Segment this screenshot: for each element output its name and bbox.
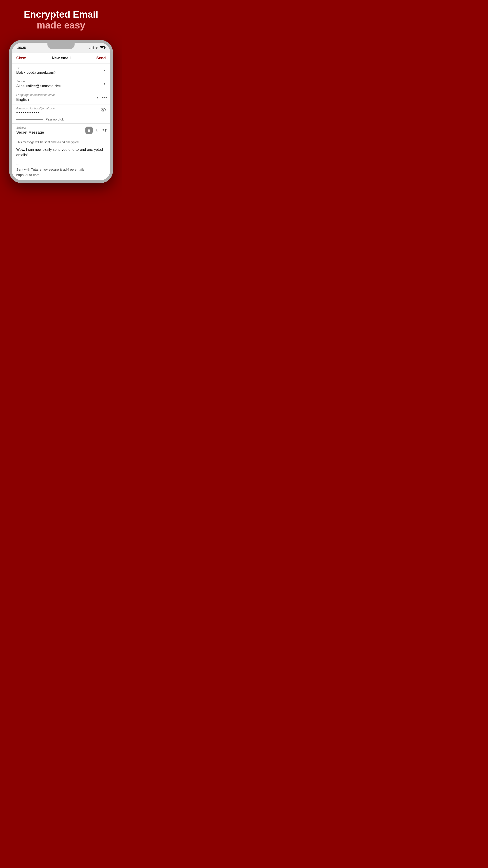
strength-indicator [16,119,43,120]
language-value: English [16,97,106,102]
svg-point-2 [103,110,104,110]
compose-screen: Close New email Send To Bob <bob@gmail.c… [12,53,110,181]
language-more-icon[interactable]: ••• [102,95,107,100]
attachment-icon[interactable] [94,127,101,133]
signature-text: --Sent with Tuta; enjoy secure & ad-free… [16,162,86,177]
hero-title: Encrypted Email [24,9,98,20]
language-actions: ▼ ••• [96,95,107,100]
battery-icon [100,46,105,49]
subject-actions: T T [86,127,107,134]
phone-frame: 16:28 [9,40,113,183]
toggle-password-icon[interactable] [101,107,106,113]
notch [47,43,74,49]
strength-label: Password ok. [46,118,65,121]
signal-icon [90,46,94,49]
language-field[interactable]: Language of notification email English ▼… [12,91,110,104]
password-field[interactable]: Password for bob@gmail.com ●●●●●●●●●●● [12,104,110,116]
encryption-lock-button[interactable] [86,127,93,134]
body-text[interactable]: Wow, I can now easily send you end-to-en… [16,147,106,158]
status-icons [90,46,105,50]
hero-section: Encrypted Email made easy [17,0,105,35]
svg-text:T: T [105,129,107,131]
sender-label: Sender [16,80,106,83]
sender-chevron-icon: ▼ [103,82,106,86]
sender-value: Alice <alice@tutanota.de> [16,84,106,88]
status-bar: 16:28 [12,43,110,53]
text-size-icon[interactable]: T T [103,128,107,132]
to-field[interactable]: To Bob <bob@gmail.com> ▼ [12,64,110,77]
svg-rect-3 [88,130,90,132]
to-label: To [16,66,106,69]
password-label: Password for bob@gmail.com [16,107,106,110]
language-label: Language of notification email [16,93,106,96]
phone-mockup: 16:28 [9,40,113,183]
compose-body[interactable]: This message will be sent end-to-end enc… [12,137,110,181]
to-chevron-icon: ▼ [103,69,106,72]
wifi-icon [95,46,98,50]
encryption-notice: This message will be sent end-to-end enc… [16,140,106,145]
password-strength-bar: Password ok. [12,116,110,124]
to-value: Bob <bob@gmail.com> [16,70,106,75]
sender-field[interactable]: Sender Alice <alice@tutanota.de> ▼ [12,77,110,91]
close-button[interactable]: Close [16,56,26,60]
subject-field[interactable]: Subject Secret Message [12,124,110,137]
status-time: 16:28 [17,46,26,50]
compose-title: New email [52,56,70,60]
svg-text:T: T [103,129,104,131]
phone-screen: 16:28 [12,43,110,181]
send-button[interactable]: Send [96,56,106,60]
hero-subtitle: made easy [24,20,98,31]
password-value: ●●●●●●●●●●● [16,111,106,114]
compose-header: Close New email Send [12,53,110,64]
email-signature: --Sent with Tuta; enjoy secure & ad-free… [16,161,106,178]
language-chevron-icon[interactable]: ▼ [96,96,99,99]
